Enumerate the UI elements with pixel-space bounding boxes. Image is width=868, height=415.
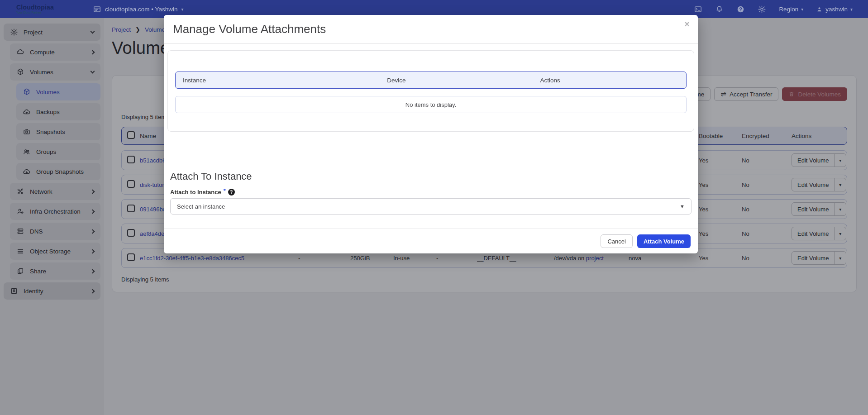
divider: [164, 43, 698, 44]
field-label-text: Attach to Instance: [170, 189, 221, 196]
column-header-actions: Actions: [533, 77, 686, 84]
region-label: Region: [779, 6, 798, 13]
chevron-down-icon: ▼: [680, 204, 685, 209]
modal-footer: Cancel Attach Volume: [164, 229, 698, 253]
modal-title: Manage Volume Attachments: [173, 22, 689, 36]
chevron-down-icon: ▾: [801, 7, 803, 12]
attachments-empty-row: No items to display.: [175, 96, 687, 113]
chevron-down-icon: ▾: [181, 7, 183, 12]
attachments-header-row: Instance Device Actions: [175, 72, 687, 89]
close-icon[interactable]: ×: [684, 19, 690, 29]
column-header-device: Device: [380, 77, 533, 84]
terminal-icon[interactable]: [694, 5, 702, 14]
instance-select[interactable]: Select an instance ▼: [170, 198, 692, 215]
region-dropdown[interactable]: Region ▾: [779, 6, 803, 13]
help-icon[interactable]: [736, 5, 745, 14]
user-label: yashwin: [825, 6, 848, 13]
domain-project-label: cloudtopiaa.com • Yashwin: [105, 6, 177, 13]
column-header-instance: Instance: [176, 77, 380, 84]
brand-name: Cloudtopiaa: [16, 4, 54, 10]
brand-tagline: Your Cloud Partner: [16, 11, 54, 14]
attach-volume-button[interactable]: Attach Volume: [637, 234, 691, 248]
required-asterisk: *: [224, 187, 226, 194]
attachments-panel: Instance Device Actions No items to disp…: [167, 50, 694, 132]
help-icon[interactable]: ?: [228, 189, 235, 196]
user-menu[interactable]: yashwin ▾: [816, 6, 853, 13]
manage-volume-attachments-modal: Manage Volume Attachments × Instance Dev…: [164, 15, 698, 253]
attach-to-instance-section: Attach To Instance Attach to Instance * …: [170, 171, 692, 215]
brand-logo[interactable]: Cloudtopiaa Your Cloud Partner: [16, 4, 54, 14]
console-window-icon: [93, 5, 101, 14]
bell-icon[interactable]: [715, 5, 724, 14]
chevron-down-icon: ▾: [850, 7, 853, 12]
section-title: Attach To Instance: [170, 171, 692, 182]
user-icon: [816, 6, 823, 13]
attach-field-label: Attach to Instance * ?: [170, 189, 692, 196]
cancel-button[interactable]: Cancel: [601, 234, 632, 248]
domain-project-switcher[interactable]: cloudtopiaa.com • Yashwin ▾: [93, 5, 183, 14]
instance-select-value: Select an instance: [177, 203, 225, 210]
gear-icon[interactable]: [758, 5, 766, 14]
